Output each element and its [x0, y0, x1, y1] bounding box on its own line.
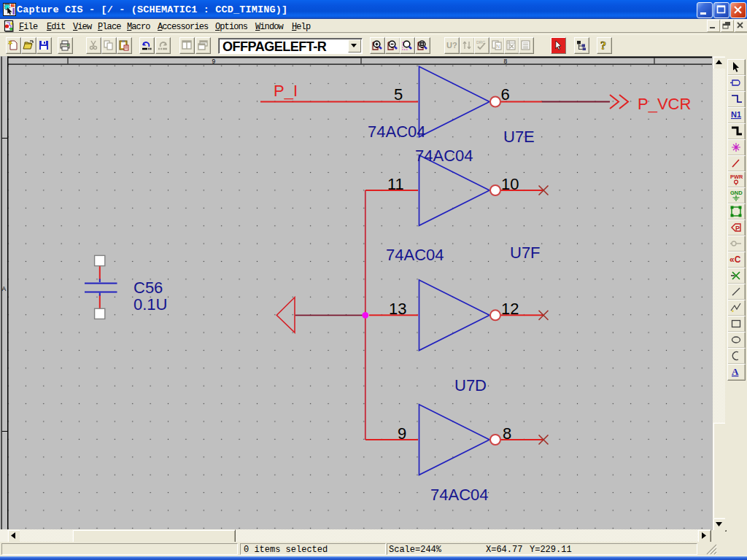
- svg-text:A: A: [2, 285, 7, 292]
- svg-text:13: 13: [389, 300, 406, 318]
- svg-text:P: P: [735, 225, 740, 232]
- svg-text:9: 9: [398, 424, 406, 443]
- svg-text:10: 10: [501, 175, 519, 193]
- svg-text:6: 6: [501, 85, 510, 104]
- svg-text:C56: C56: [133, 279, 163, 297]
- svg-text:N1: N1: [731, 110, 741, 119]
- svg-text:GND: GND: [730, 190, 743, 196]
- svg-text:A: A: [732, 366, 739, 377]
- svg-text:74AC04: 74AC04: [415, 147, 473, 165]
- svg-text:U7D: U7D: [454, 376, 487, 394]
- svg-text:12: 12: [501, 300, 519, 318]
- svg-text:74AC04: 74AC04: [368, 122, 426, 141]
- svg-text:74AC04: 74AC04: [430, 486, 489, 504]
- svg-text:8: 8: [503, 424, 511, 443]
- svg-text:«C: «C: [729, 254, 741, 265]
- svg-text:11: 11: [387, 175, 404, 193]
- svg-text:PWR: PWR: [730, 174, 743, 180]
- svg-text:0.1U: 0.1U: [133, 295, 167, 314]
- svg-text:9: 9: [212, 58, 216, 65]
- svg-text:74AC04: 74AC04: [386, 246, 444, 264]
- svg-text:8: 8: [504, 58, 508, 65]
- svg-text:U7F: U7F: [510, 244, 541, 262]
- svg-text:P_VCR: P_VCR: [638, 95, 691, 113]
- svg-text:P_I: P_I: [274, 82, 298, 100]
- svg-text:5: 5: [394, 85, 403, 104]
- svg-text:U7E: U7E: [503, 128, 535, 146]
